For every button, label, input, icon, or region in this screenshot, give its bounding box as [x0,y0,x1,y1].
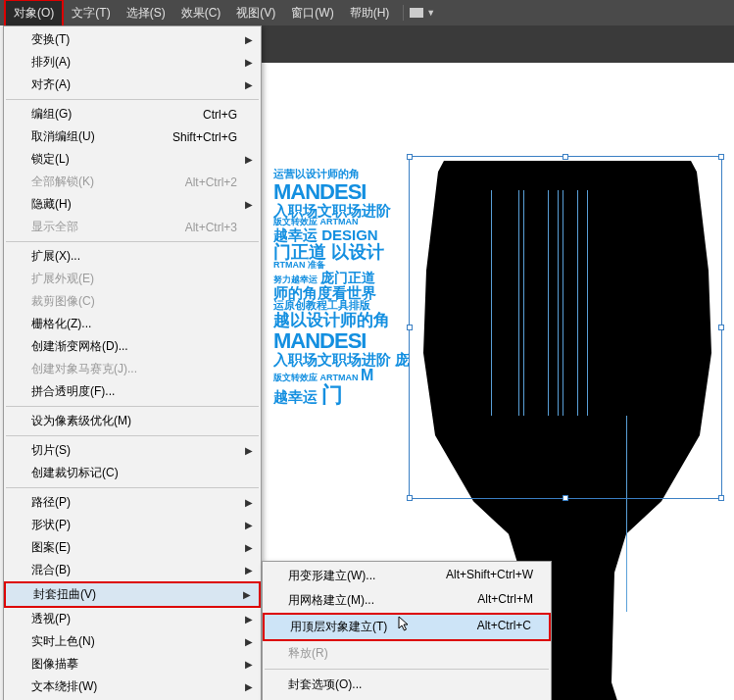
menu-item-label: 裁剪图像(C) [31,293,95,310]
menu-item[interactable]: 图案(E)▶ [4,536,261,559]
menu-item-label: 形状(P) [31,517,71,533]
menu-view[interactable]: 视图(V) [228,1,283,25]
menu-item[interactable]: 封套扭曲(V)▶ [4,581,261,608]
menu-item-label: 扩展(X)... [31,248,80,265]
resize-handle-ne[interactable] [718,154,724,160]
resize-handle-se[interactable] [718,495,724,501]
menu-select[interactable]: 选择(S) [119,1,173,25]
submenu-item[interactable]: 用顶层对象建立(T)Alt+Ctrl+C [263,613,551,641]
submenu-item-shortcut: Alt+Shift+Ctrl+W [446,568,533,584]
menu-item-label: 创建渐变网格(D)... [31,338,128,355]
menu-item-label: 实时上色(N) [31,633,95,650]
submenu-arrow-icon: ▶ [245,154,253,165]
submenu-arrow-icon: ▶ [245,520,253,530]
menu-item[interactable]: 拼合透明度(F)... [4,380,261,403]
menu-item-label: 封套扭曲(V) [33,586,96,603]
menu-item-label: 创建对象马赛克(J)... [31,361,137,377]
menu-item: 全部解锁(K)Alt+Ctrl+2 [4,171,261,193]
menu-item[interactable]: 文本绕排(W)▶ [4,675,261,698]
menu-item-label: 文本绕排(W) [31,678,97,695]
arrange-documents-icon[interactable] [410,8,423,18]
envelope-distort-submenu: 用变形建立(W)...Alt+Shift+Ctrl+W用网格建立(M)...Al… [262,561,552,700]
menu-separator [6,487,259,488]
resize-handle-sw[interactable] [407,495,413,501]
menu-object[interactable]: 对象(O) [4,0,64,27]
selection-bounding-box[interactable] [409,156,722,499]
menu-item[interactable]: 扩展(X)... [4,245,261,268]
menu-item: 裁剪图像(C) [4,290,261,313]
resize-handle-w[interactable] [407,325,413,330]
menu-item-label: 取消编组(U) [31,128,95,145]
chevron-down-icon[interactable]: ▼ [426,8,435,18]
menu-item[interactable]: 变换(T)▶ [4,28,261,51]
menu-item[interactable]: 栅格化(Z)... [4,313,261,335]
submenu-arrow-icon: ▶ [245,57,253,68]
menu-item[interactable]: 切片(S)▶ [4,439,261,462]
submenu-item[interactable]: 用变形建立(W)...Alt+Shift+Ctrl+W [263,564,551,588]
menu-item-shortcut: Alt+Ctrl+2 [185,175,237,189]
submenu-arrow-icon: ▶ [243,589,251,600]
menu-separator [6,406,259,407]
menu-item[interactable]: 编组(G)Ctrl+G [4,103,261,125]
submenu-arrow-icon: ▶ [245,659,253,670]
submenu-item[interactable]: 用网格建立(M)...Alt+Ctrl+M [263,588,551,613]
object-menu-dropdown: 变换(T)▶排列(A)▶对齐(A)▶编组(G)Ctrl+G取消编组(U)Shif… [3,25,262,700]
submenu-item[interactable]: 封套选项(O)... [263,673,551,697]
resize-handle-nw[interactable] [407,154,413,160]
submenu-arrow-icon: ▶ [245,34,253,45]
menu-separator [6,435,259,436]
menu-window[interactable]: 窗口(W) [283,1,341,25]
menu-item: 扩展外观(E) [4,268,261,290]
menu-item[interactable]: 取消编组(U)Shift+Ctrl+G [4,125,261,148]
submenu-item-label: 释放(R) [288,645,328,662]
menu-item[interactable]: 锁定(L)▶ [4,148,261,171]
submenu-item-shortcut: Alt+Ctrl+M [477,592,533,609]
submenu-item-label: 封套选项(O)... [288,676,362,693]
submenu-item-label: 用变形建立(W)... [288,568,375,584]
menu-separator [6,241,259,242]
submenu-arrow-icon: ▶ [245,636,253,647]
menu-item[interactable]: 混合(B)▶ [4,559,261,581]
menu-item[interactable]: 路径(P)▶ [4,491,261,514]
submenu-item-label: 用顶层对象建立(T) [290,619,387,635]
menu-item-shortcut: Ctrl+G [203,108,237,122]
menu-item: 创建对象马赛克(J)... [4,358,261,380]
submenu-arrow-icon: ▶ [245,445,253,456]
menu-item-label: 锁定(L) [31,151,70,168]
menu-item-label: 图案(E) [31,539,71,556]
submenu-arrow-icon: ▶ [245,542,253,553]
resize-handle-s[interactable] [563,495,568,501]
menu-item-label: 路径(P) [31,494,71,511]
menu-item[interactable]: 创建裁切标记(C) [4,462,261,484]
menu-item[interactable]: 隐藏(H)▶ [4,193,261,216]
menu-item[interactable]: 创建渐变网格(D)... [4,335,261,358]
menu-help[interactable]: 帮助(H) [342,1,398,25]
menu-text[interactable]: 文字(T) [64,1,118,25]
menu-item-label: 对齐(A) [31,76,71,93]
menu-item-shortcut: Shift+Ctrl+G [172,130,237,144]
menu-item[interactable]: 设为像素级优化(M) [4,410,261,432]
menu-item-label: 排列(A) [31,54,71,71]
menu-separator [6,99,259,100]
submenu-item-shortcut: Alt+Ctrl+C [477,619,531,635]
menu-item[interactable]: 排列(A)▶ [4,51,261,74]
menubar-separator [403,5,404,21]
menu-item[interactable]: 透视(P)▶ [4,608,261,630]
menu-item[interactable]: 图像描摹▶ [4,653,261,675]
menu-item-label: 混合(B) [31,562,71,578]
menu-item-label: 拼合透明度(F)... [31,383,115,400]
submenu-arrow-icon: ▶ [245,199,253,210]
menu-item-label: 变换(T) [31,31,70,48]
menu-item-label: 显示全部 [31,219,78,235]
resize-handle-e[interactable] [718,325,724,330]
submenu-item-label: 用网格建立(M)... [288,592,374,609]
menu-item: 显示全部Alt+Ctrl+3 [4,216,261,238]
submenu-arrow-icon: ▶ [245,565,253,575]
menu-item[interactable]: 形状(P)▶ [4,514,261,536]
resize-handle-n[interactable] [563,154,568,160]
menu-effect[interactable]: 效果(C) [173,1,229,25]
menu-item[interactable]: 实时上色(N)▶ [4,630,261,653]
submenu-arrow-icon: ▶ [245,79,253,90]
menu-item[interactable]: 对齐(A)▶ [4,74,261,96]
menu-item-label: 切片(S) [31,442,71,459]
